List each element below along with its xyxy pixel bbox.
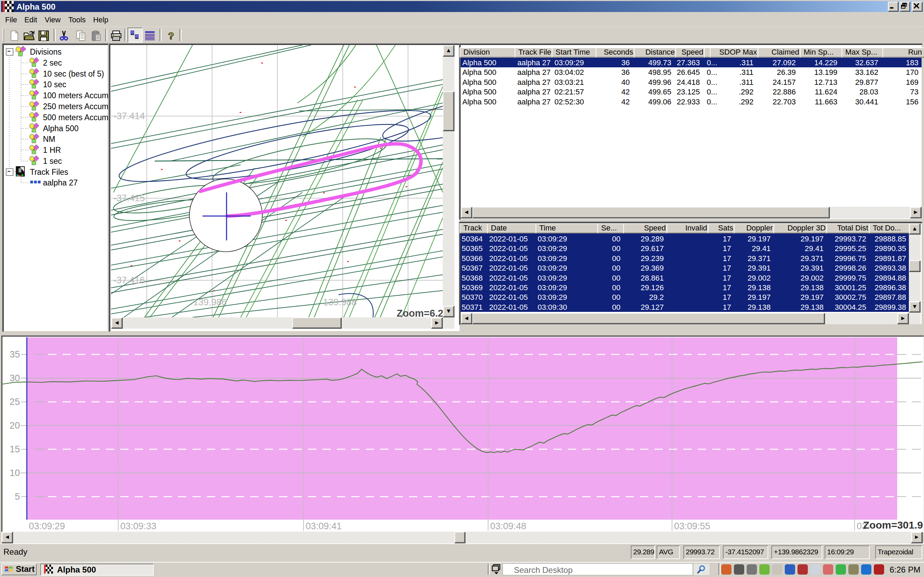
svg-text:-37.414: -37.414: [113, 111, 145, 121]
svg-text:5: 5: [15, 492, 20, 502]
svg-text:15: 15: [10, 444, 20, 455]
svg-text:139.986: 139.986: [193, 297, 227, 308]
svg-text:-37.415: -37.415: [113, 193, 145, 203]
svg-text:03:09:55: 03:09:55: [674, 521, 710, 531]
svg-text:03:09:48: 03:09:48: [490, 521, 526, 531]
svg-text:03:09:41: 03:09:41: [305, 521, 342, 531]
svg-text:35: 35: [10, 349, 20, 359]
svg-text:139.988: 139.988: [323, 297, 357, 308]
svg-text:10: 10: [10, 468, 20, 478]
svg-text:?: ?: [168, 31, 174, 41]
svg-text:25: 25: [10, 397, 20, 407]
svg-text:03:09:33: 03:09:33: [120, 521, 157, 531]
svg-text:20: 20: [10, 421, 20, 431]
svg-text:30: 30: [10, 373, 20, 383]
svg-text:-37.416: -37.416: [113, 275, 145, 285]
svg-text:03:09:29: 03:09:29: [29, 521, 65, 531]
